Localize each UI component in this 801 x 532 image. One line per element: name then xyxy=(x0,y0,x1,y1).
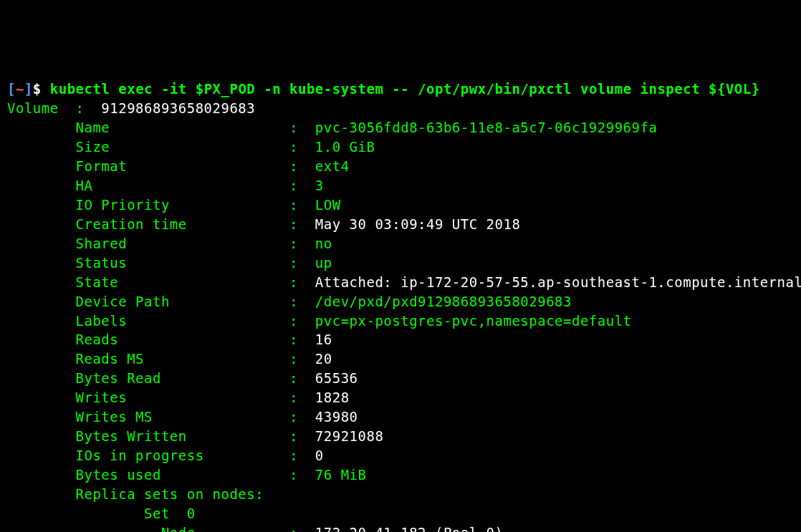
field-row-0: Name : pvc-3056fdd8-63b6-11e8-a5c7-06c19… xyxy=(7,118,794,137)
field-label: Bytes Written : xyxy=(7,428,315,444)
node-label: Node : xyxy=(7,525,315,532)
field-value: 43980 xyxy=(315,409,358,425)
field-row-2: Format : ext4 xyxy=(7,157,794,176)
field-label: Writes : xyxy=(7,390,315,405)
field-label: Shared : xyxy=(7,236,315,251)
field-row-9: Device Path : /dev/pxd/pxd91298689365802… xyxy=(7,292,794,311)
replica-set: Set 0 xyxy=(7,504,794,523)
field-value: LOW xyxy=(315,197,341,213)
field-label: Bytes used : xyxy=(7,467,315,483)
field-value: pvc=px-postgres-pvc,namespace=default xyxy=(315,313,632,329)
field-row-1: Size : 1.0 GiB xyxy=(7,137,794,157)
prompt-bracket-close: ] xyxy=(24,81,33,97)
field-label: Bytes Read : xyxy=(7,370,315,386)
field-row-13: Bytes Read : 65536 xyxy=(7,369,794,388)
field-value: May 30 03:09:49 UTC 2018 xyxy=(315,216,521,232)
prompt-bracket-open: [ xyxy=(7,81,16,97)
field-row-17: IOs in progress : 0 xyxy=(7,446,794,465)
field-value: Attached: ip-172-20-57-55.ap-southeast-1… xyxy=(315,274,801,290)
field-row-3: HA : 3 xyxy=(7,176,794,195)
field-row-18: Bytes used : 76 MiB xyxy=(7,465,794,485)
field-label: Status : xyxy=(7,255,315,271)
field-row-10: Labels : pvc=px-postgres-pvc,namespace=d… xyxy=(7,311,794,331)
replica-header: Replica sets on nodes: xyxy=(7,485,794,504)
field-label: Writes MS : xyxy=(7,409,315,425)
field-label: Labels : xyxy=(7,313,315,329)
field-value: 0 xyxy=(315,448,324,463)
field-value: pvc-3056fdd8-63b6-11e8-a5c7-06c1929969fa xyxy=(315,120,658,135)
field-row-7: Status : up xyxy=(7,253,794,273)
field-row-15: Writes MS : 43980 xyxy=(7,407,794,427)
field-label: Format : xyxy=(7,158,315,174)
prompt-dollar: $ xyxy=(33,81,50,97)
field-value: no xyxy=(315,236,332,251)
field-value: 1.0 GiB xyxy=(315,139,375,155)
field-label: Device Path : xyxy=(7,294,315,309)
field-value: up xyxy=(315,255,332,271)
field-value: 1828 xyxy=(315,390,350,405)
replica-header-text: Replica sets on nodes: xyxy=(7,486,264,502)
volume-label: Volume : xyxy=(7,100,101,116)
field-label: Name : xyxy=(7,120,315,135)
field-label: HA : xyxy=(7,178,315,193)
field-label: State : xyxy=(7,274,315,290)
prompt-tilde: ~ xyxy=(16,81,24,97)
field-row-8: State : Attached: ip-172-20-57-55.ap-sou… xyxy=(7,273,794,292)
field-label: Creation time : xyxy=(7,216,315,232)
field-value: 16 xyxy=(315,332,332,347)
field-row-16: Bytes Written : 72921088 xyxy=(7,427,794,446)
field-value: ext4 xyxy=(315,158,350,174)
field-label: IO Priority : xyxy=(7,197,315,213)
field-row-4: IO Priority : LOW xyxy=(7,195,794,215)
field-label: IOs in progress : xyxy=(7,448,315,463)
terminal-output[interactable]: [~]$ kubectl exec -it $PX_POD -n kube-sy… xyxy=(7,79,794,532)
prompt-line-1: [~]$ kubectl exec -it $PX_POD -n kube-sy… xyxy=(7,79,794,99)
volume-id: 912986893658029683 xyxy=(101,100,255,116)
node-value: 172.20.41.182 (Pool 0) xyxy=(315,525,504,532)
field-row-6: Shared : no xyxy=(7,234,794,253)
field-label: Reads MS : xyxy=(7,351,315,367)
field-row-11: Reads : 16 xyxy=(7,330,794,349)
volume-line: Volume : 912986893658029683 xyxy=(7,99,794,118)
field-row-12: Reads MS : 20 xyxy=(7,349,794,369)
command-text: kubectl exec -it $PX_POD -n kube-system … xyxy=(50,81,760,97)
field-row-5: Creation time : May 30 03:09:49 UTC 2018 xyxy=(7,215,794,234)
replica-node-0: Node : 172.20.41.182 (Pool 0) xyxy=(7,523,794,532)
field-label: Size : xyxy=(7,139,315,155)
field-value: 72921088 xyxy=(315,428,384,444)
field-value: /dev/pxd/pxd912986893658029683 xyxy=(315,294,572,309)
field-row-14: Writes : 1828 xyxy=(7,388,794,407)
field-value: 65536 xyxy=(315,370,358,386)
field-value: 3 xyxy=(315,178,324,193)
field-value: 20 xyxy=(315,351,332,367)
field-value: 76 MiB xyxy=(315,467,367,483)
replica-set-text: Set 0 xyxy=(7,506,196,521)
field-label: Reads : xyxy=(7,332,315,347)
